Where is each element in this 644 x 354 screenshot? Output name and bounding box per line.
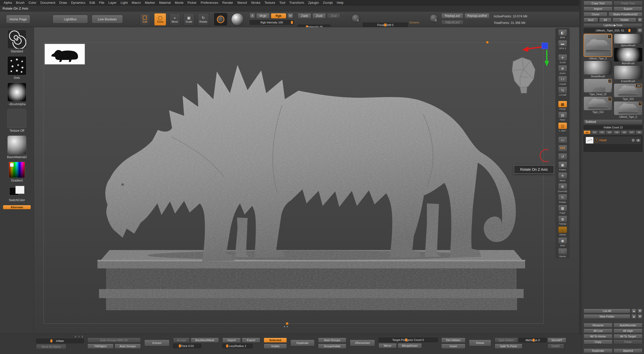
merge-down-button[interactable]: MergeDown <box>398 343 422 348</box>
tool-thumb-tiger-014[interactable]: 7 <box>584 96 612 111</box>
slider-knob[interactable] <box>405 338 407 341</box>
visible-button[interactable]: Visible <box>264 344 287 349</box>
tool-item[interactable]: EraserBrush <box>614 65 642 83</box>
menu-document[interactable]: Document <box>38 1 57 5</box>
scale-mode-button[interactable]: ▣Scale <box>183 13 194 26</box>
menu-macro[interactable]: Macro <box>130 1 143 5</box>
rename-button[interactable]: Rename <box>584 323 613 328</box>
active-tool-slider[interactable]: UMesh_Tiger_015. 51 <box>584 28 636 33</box>
current-material-sphere[interactable] <box>231 13 244 26</box>
move-to-bottom-button[interactable]: ▼ <box>637 314 642 319</box>
tool-item[interactable]: 4 Tiger_Head_03 <box>584 79 612 96</box>
tool-thumb-spherebrush[interactable] <box>614 34 642 44</box>
edit-mode-button[interactable]: Edit <box>140 13 150 26</box>
polygon-head-model[interactable] <box>512 57 535 93</box>
solo-button[interactable]: ◉Solo <box>558 237 567 247</box>
eye-icon[interactable] <box>636 139 640 142</box>
slider-knob[interactable] <box>384 23 386 26</box>
mirror-button[interactable]: Mirror <box>379 343 397 348</box>
tab-v4[interactable]: V4 <box>606 130 613 134</box>
stroke-picker-thumbnail[interactable] <box>7 56 26 75</box>
inflate-slider[interactable]: Inflate <box>36 339 84 343</box>
gear-icon[interactable] <box>631 138 635 142</box>
slider-knob[interactable] <box>226 344 228 347</box>
home-page-button[interactable]: Home Page <box>6 15 30 23</box>
del-hidden-button[interactable]: Del Hidden <box>441 338 465 343</box>
auto-groups-with-uv-button[interactable]: Auto Groups With UV <box>87 338 141 343</box>
actual-button[interactable]: 1:1Actual <box>558 76 567 85</box>
all-low-button[interactable]: All Low <box>584 329 613 333</box>
rgb-button[interactable]: Rgb <box>271 13 286 19</box>
split-to-parts-button[interactable]: Split To Parts <box>495 344 522 349</box>
slider-knob[interactable] <box>50 339 52 342</box>
zsub-button[interactable]: Zsub <box>312 13 326 19</box>
thick-slider[interactable]: Thick 0.02 <box>173 344 201 348</box>
list-all-button[interactable]: List All <box>584 309 630 313</box>
tool-thumb-alphabrush[interactable] <box>614 48 642 62</box>
mrgb-button[interactable]: Mrgb <box>256 13 270 19</box>
active-tool-r-button[interactable]: R <box>637 28 642 33</box>
all-to-home-button[interactable]: All To Home <box>584 334 613 339</box>
menu-zscript[interactable]: Zscript <box>321 1 335 5</box>
menu-zplugin[interactable]: Zplugin <box>306 1 321 5</box>
focal-shift-slider[interactable]: Focal Shift 0 <box>363 23 408 27</box>
clone-button[interactable]: Clone <box>584 12 607 17</box>
fill-object-button[interactable]: FillObject <box>87 344 114 349</box>
tool-item[interactable]: 7 UMesh_Tiger_0 <box>584 34 612 60</box>
menu-dynamics[interactable]: Dynamics <box>69 1 87 5</box>
aahalf-button[interactable]: ½AAHalf <box>558 87 567 96</box>
document-resize-handle-bottom[interactable] <box>286 322 288 325</box>
goz-button[interactable]: GoZ <box>584 18 598 22</box>
tool-item[interactable]: 7 UMesh_Tiger_0 <box>614 101 642 118</box>
mid-value-slider[interactable]: MidValue 0 <box>519 338 547 342</box>
auto-reorder-button[interactable]: AutoReorder <box>614 323 642 328</box>
spix-slider[interactable]: ▬SPix 3 <box>558 40 567 50</box>
menu-movie[interactable]: Movie <box>173 1 186 5</box>
slider-knob[interactable] <box>628 29 630 32</box>
live-boolean-button[interactable]: Live Boolean <box>92 15 123 23</box>
stroke-curve-icon[interactable]: S <box>352 14 360 23</box>
sculpt-viewport[interactable]: ▲▲ Rotate On Z Axis <box>34 27 579 334</box>
tool-thumb-tiger-010[interactable]: 256 <box>614 83 642 97</box>
move-view-button[interactable]: ✛Move <box>558 172 567 182</box>
tab-v3[interactable]: V3 <box>598 130 605 134</box>
tool-thumb-simplebrush[interactable] <box>584 61 612 75</box>
delete-button[interactable]: Delete <box>469 340 491 346</box>
replay-last-rel-button[interactable]: ReplayLastRel <box>464 13 490 19</box>
make-polymesh3d-button[interactable]: Make PolyMesh3D <box>608 12 642 17</box>
tool-item[interactable]: SphereBrush <box>614 34 642 47</box>
tool-thumb-tiger-head[interactable]: 4 <box>584 79 612 93</box>
alpha-picker-thumbnail[interactable] <box>7 83 26 102</box>
current-brush-thumbnail[interactable] <box>214 13 228 26</box>
menu-layer[interactable]: Layer <box>106 1 119 5</box>
extract-button[interactable]: Extract <box>144 340 170 346</box>
tiger-sculpture[interactable] <box>34 27 579 334</box>
slider-knob[interactable] <box>179 344 181 347</box>
menu-stencil[interactable]: Stencil <box>235 1 249 5</box>
bpr-button[interactable]: ◧BPR <box>558 29 567 39</box>
new-folder-button[interactable]: New Folder <box>584 314 630 319</box>
tab-v7[interactable]: V7 <box>628 130 635 134</box>
transparency-button[interactable]: ◍Transp <box>558 216 567 225</box>
menu-alpha[interactable]: Alpha <box>2 1 14 5</box>
dots-stroke-icon[interactable]: D <box>430 14 438 23</box>
polyframe-button[interactable]: ▦PolyF <box>558 205 567 214</box>
subtool-paste-button[interactable]: Paste <box>614 340 642 344</box>
document-resize-handle-top[interactable] <box>486 41 489 44</box>
rotate-mode-button[interactable]: ↻Rotate <box>197 13 209 26</box>
see-through-button[interactable]: ▭ <box>558 136 567 144</box>
menu-brush[interactable]: Brush <box>14 1 26 5</box>
menu-tool[interactable]: Tool <box>277 1 287 5</box>
menu-tex[interactable]: Texture <box>262 1 277 5</box>
geo-export-button[interactable]: Export <box>242 338 260 343</box>
tool-thumb-umesh-tiger[interactable]: 7 <box>614 101 642 115</box>
axis-toggles[interactable]: X Y Z <box>36 335 84 338</box>
panel-divider[interactable] <box>579 0 582 354</box>
tool-item[interactable]: AlphaBrush <box>614 48 642 65</box>
all-high-button[interactable]: All High <box>614 329 642 333</box>
menu-preferences[interactable]: Preferences <box>199 1 220 5</box>
lightbox-tools-header[interactable]: Lightbox▶Tools <box>584 23 642 27</box>
m-button[interactable]: M <box>287 13 293 19</box>
backface-mask-button[interactable]: BackfaceMask <box>191 338 219 343</box>
menu-render[interactable]: Render <box>220 1 235 5</box>
